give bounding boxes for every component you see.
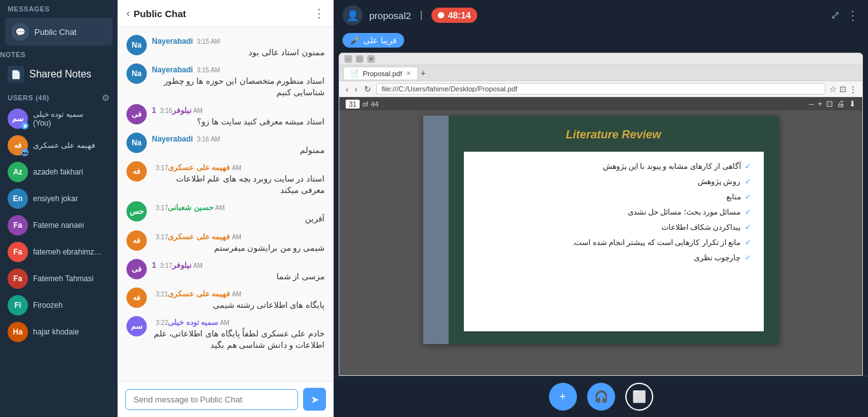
zoom-out-button[interactable]: – xyxy=(809,99,813,109)
print-button[interactable]: 🖨 xyxy=(837,99,845,109)
user-item[interactable]: En ensiyeh jokar xyxy=(0,185,118,212)
forward-nav-button[interactable]: › xyxy=(353,84,358,94)
message-item: Na Nayerabadi3:16 AM ممنولم xyxy=(118,130,334,159)
send-button[interactable]: ➤ xyxy=(303,388,326,411)
chat-input-area: ➤ xyxy=(118,381,334,417)
users-header: USERS (48) ⚙ xyxy=(0,88,118,105)
avatar: Fa xyxy=(8,268,28,289)
user-badge: 🖥 xyxy=(21,122,29,129)
refresh-button[interactable]: ↻ xyxy=(363,84,372,94)
message-item: فه فهیمه علی عسکری3:17 AM استاد در سایت … xyxy=(118,159,334,199)
message-content: نیلوفر13:17 AM مزسی از شما xyxy=(152,259,325,282)
user-item[interactable]: Fa Fateme nanaei xyxy=(0,212,118,239)
public-chat-sidebar-item[interactable]: 💬 Public Chat xyxy=(5,18,112,46)
slide-bullet: ✓ روش پژوهش xyxy=(477,177,751,186)
close-button[interactable]: ✕ xyxy=(367,55,375,63)
expand-icon[interactable]: ⤢ xyxy=(831,8,840,22)
presenter-name: فریبا علی xyxy=(363,36,397,45)
avatar: فه 📷 xyxy=(8,135,28,156)
bullet-text: روش پژوهش xyxy=(698,177,740,186)
pdf-tab[interactable]: 📄 Proposal.pdf ✕ xyxy=(343,67,418,79)
tab-icon: 📄 xyxy=(350,69,359,77)
headphone-button[interactable]: 🎧 xyxy=(587,383,615,411)
sender-name: فهیمه علی عسکری xyxy=(168,289,230,298)
page-total: 44 xyxy=(370,100,378,108)
messages-section-title: MESSAGES xyxy=(0,0,118,15)
browser-toolbar: ‹ › ↻ file:///C:/Users/fahime/Desktop/Pr… xyxy=(339,81,862,97)
add-button[interactable]: + xyxy=(549,383,577,411)
user-item[interactable]: Fi Firoozeh xyxy=(0,292,118,319)
proposal-name: proposal2 xyxy=(369,10,411,21)
slide-bullet: ✓ منابع xyxy=(477,192,751,201)
main-area: 👤 proposal2 | 48:14 ⤢ ⋮ 🎤 فریبا علی – □ … xyxy=(334,0,868,417)
user-item[interactable]: Ha hajar khodaie xyxy=(0,319,118,345)
screen-share-button[interactable]: ⬜ xyxy=(625,383,653,411)
avatar: Fa xyxy=(8,242,28,262)
gear-icon[interactable]: ⚙ xyxy=(102,93,110,103)
chat-icon: 💬 xyxy=(11,23,29,41)
download-button[interactable]: ⬇ xyxy=(849,99,856,109)
zoom-icon[interactable]: ⊡ xyxy=(839,84,846,94)
back-button[interactable]: ‹ xyxy=(126,8,130,19)
slide-bullet: ✓ مسائل مورد بحث؛ مسائل حل نشدی xyxy=(477,208,751,216)
more-options-icon[interactable]: ⋮ xyxy=(846,8,859,23)
user-name: ensiyeh jokar xyxy=(33,194,78,203)
message-text: استاد میشه معرفی کنید سایت ها زو؟ xyxy=(152,116,325,128)
shared-notes-item[interactable]: 📄 Shared Notes xyxy=(0,61,118,88)
avatar: Na xyxy=(126,63,147,84)
message-item: فه فهیمه علی عسکری3:21 AM پایگاه های اطل… xyxy=(118,285,334,314)
slide-content-box: ✓ آگاهی از کارهای مشابه و پیوند با این پ… xyxy=(464,152,764,331)
bookmark-icon[interactable]: ☆ xyxy=(829,84,837,94)
pdf-content: Literature Review ✓ آگاهی از کارهای مشاب… xyxy=(339,110,862,375)
message-content: سمیه توده خیلی3:22 AM خادم علی عسکری لطف… xyxy=(152,316,325,351)
slide-title: Literature Review xyxy=(566,128,661,142)
zoom-in-button[interactable]: + xyxy=(817,99,822,109)
recording-dot xyxy=(438,12,444,18)
browser-window: – □ ✕ 📄 Proposal.pdf ✕ + ‹ › ↻ file:///C… xyxy=(339,53,863,376)
timer-display: 48:14 xyxy=(448,10,471,20)
slide: Literature Review ✓ آگاهی از کارهای مشاب… xyxy=(423,116,779,344)
sender-name: فهیمه علی عسکری xyxy=(168,232,230,241)
user-item[interactable]: سم 🖥 سمیه توده خیلی (You) xyxy=(0,105,118,132)
pdf-toolbar: 31 of 44 – + ⊡ 🖨 ⬇ xyxy=(339,97,862,110)
avatar: فی xyxy=(126,104,147,124)
browser-titlebar: – □ ✕ xyxy=(339,53,862,65)
tab-title: Proposal.pdf xyxy=(363,70,402,77)
page-separator: of xyxy=(362,100,368,108)
bottom-controls: + 🎧 ⬜ xyxy=(334,376,868,417)
note-icon: 📄 xyxy=(8,66,24,83)
minimize-button[interactable]: – xyxy=(344,55,352,63)
address-bar[interactable]: file:///C:/Users/fahime/Desktop/Proposal… xyxy=(376,83,825,95)
avatar: سم xyxy=(126,316,147,336)
message-text: پایگاه های اطلاعاتی رشته شیمی xyxy=(152,300,325,311)
timer-badge: 48:14 xyxy=(431,8,477,23)
user-name: Fatemeh Tahmasi xyxy=(33,274,93,283)
fit-page-button[interactable]: ⊡ xyxy=(826,99,833,109)
user-item[interactable]: فه 📷 فهیمه علی عسکری xyxy=(0,132,118,159)
video-header-right: ⤢ ⋮ xyxy=(831,8,859,23)
user-item[interactable]: Az azadeh fakhari xyxy=(0,159,118,185)
slide-sidebar xyxy=(423,116,449,344)
checkmark-icon: ✓ xyxy=(745,238,751,247)
message-item: Na Nayerabadi3:15 AM استاد منظورم متخصصا… xyxy=(118,61,334,101)
message-input[interactable] xyxy=(125,389,298,410)
chat-header: ‹ Public Chat ⋮ xyxy=(118,0,334,27)
settings-icon[interactable]: ⋮ xyxy=(849,84,857,94)
bullet-text: پیداکردن شکاف اطلاعات xyxy=(661,223,741,232)
message-item: فه فهیمه علی عسکری3:17 AM شیمی رو من برا… xyxy=(118,228,334,256)
checkmark-icon: ✓ xyxy=(745,192,751,201)
message-content: Nayerabadi3:16 AM ممنولم xyxy=(152,133,325,156)
message-time: 3:15 AM xyxy=(197,38,220,45)
avatar: Na xyxy=(126,133,147,153)
back-nav-button[interactable]: ‹ xyxy=(344,84,349,94)
restore-button[interactable]: □ xyxy=(356,55,363,63)
avatar: Na xyxy=(126,35,147,55)
chat-more-button[interactable]: ⋮ xyxy=(313,6,325,20)
user-item[interactable]: Fa Fatemeh Tahmasi xyxy=(0,265,118,292)
user-item[interactable]: Fa fatemeh ebrahimza... xyxy=(0,239,118,265)
message-item: سم سمیه توده خیلی3:22 AM خادم علی عسکری … xyxy=(118,314,334,354)
sender-name: Nayerabadi xyxy=(152,37,193,46)
new-tab-button[interactable]: + xyxy=(418,68,428,78)
tab-close-button[interactable]: ✕ xyxy=(406,70,411,77)
bullet-text: منابع xyxy=(726,192,741,201)
